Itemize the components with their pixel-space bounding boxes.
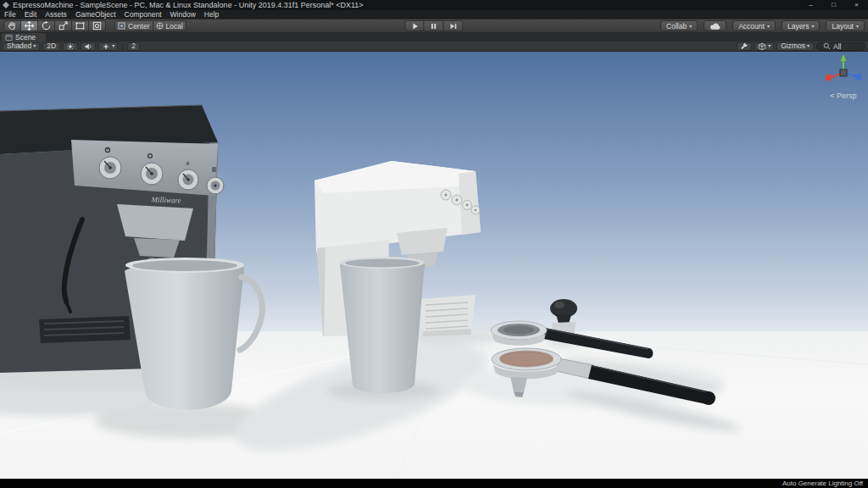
pause-button[interactable] xyxy=(425,20,444,31)
tools-button[interactable] xyxy=(737,42,752,51)
chevron-down-icon: ▾ xyxy=(33,42,36,50)
play-icon xyxy=(409,21,420,31)
chevron-down-icon: ▾ xyxy=(689,23,692,29)
msaa-label: 2 xyxy=(131,42,136,50)
shading-mode-dropdown[interactable]: Shaded ▾ xyxy=(3,42,40,51)
window-controls: – □ × xyxy=(799,0,868,10)
account-dropdown[interactable]: Account ▾ xyxy=(732,20,776,31)
audio-toggle-button[interactable] xyxy=(81,42,96,51)
hand-tool-button[interactable] xyxy=(3,20,21,31)
rotate-tool-button[interactable] xyxy=(38,20,55,31)
msaa-button[interactable]: 2 xyxy=(127,42,140,51)
gizmos-label: Gizmos xyxy=(781,42,805,50)
move-tool-icon xyxy=(24,20,35,31)
move-tool-button[interactable] xyxy=(21,20,38,31)
cube-icon xyxy=(758,42,766,51)
collab-dropdown[interactable]: Collab ▾ xyxy=(660,20,698,31)
chevron-down-icon: ▾ xyxy=(811,23,814,29)
pause-icon xyxy=(429,21,439,31)
axis-x-handle[interactable] xyxy=(826,75,832,80)
close-button[interactable]: × xyxy=(845,0,868,10)
transform-tool-icon xyxy=(92,20,103,31)
rect-tool-button[interactable] xyxy=(72,20,89,31)
gizmos-dropdown[interactable]: Gizmos ▾ xyxy=(776,42,814,51)
transform-tools xyxy=(3,20,106,31)
menu-file[interactable]: File xyxy=(0,10,20,19)
scene-viewport[interactable]: Milliware xyxy=(0,52,868,479)
menu-help[interactable]: Help xyxy=(200,10,223,19)
hand-tool-icon xyxy=(7,20,18,31)
pivot-space-toggles: Center Local xyxy=(114,20,186,31)
layout-dropdown[interactable]: Layout ▾ xyxy=(826,20,865,31)
cloud-icon xyxy=(709,21,721,30)
rect-tool-icon xyxy=(75,20,86,31)
effects-icon xyxy=(102,42,110,51)
auto-generate-lighting-status[interactable]: Auto Generate Lighting Off xyxy=(782,480,863,487)
space-icon xyxy=(156,22,164,30)
rotate-tool-icon xyxy=(41,20,52,31)
chevron-down-icon: ▾ xyxy=(112,42,114,50)
maximize-button[interactable]: □ xyxy=(822,0,845,10)
play-controls xyxy=(405,20,464,31)
gizmo-center-cube[interactable] xyxy=(840,69,847,76)
scene-view-toolbar: Shaded ▾ 2D ▾ 2 ▾ Gizmos ▾ xyxy=(0,42,868,52)
pivot-toggle-button[interactable]: Center xyxy=(114,20,153,31)
toolbar-divider xyxy=(122,43,123,50)
menu-component[interactable]: Component xyxy=(120,10,166,19)
menu-gameobject[interactable]: GameObject xyxy=(71,10,120,19)
tab-scene[interactable]: Scene xyxy=(2,33,46,42)
lighting-toggle-button[interactable] xyxy=(63,42,78,51)
minimize-button[interactable]: – xyxy=(799,0,822,10)
scene-search-input[interactable]: All xyxy=(816,42,865,51)
chevron-down-icon: ▾ xyxy=(768,42,771,50)
menu-edit[interactable]: Edit xyxy=(20,10,42,19)
status-bar: Auto Generate Lighting Off xyxy=(0,479,868,488)
account-label: Account xyxy=(738,22,765,30)
layers-dropdown[interactable]: Layers ▾ xyxy=(782,20,821,31)
chevron-down-icon: ▾ xyxy=(856,23,859,29)
2d-toggle-button[interactable]: 2D xyxy=(42,42,60,51)
unity-logo-icon xyxy=(3,2,9,8)
unity-editor-window: EspressoMachine - SampleScene - PC, Mac … xyxy=(0,0,868,488)
transform-tool-button[interactable] xyxy=(89,20,106,31)
shading-mode-label: Shaded xyxy=(7,42,31,50)
lighting-icon xyxy=(66,42,75,51)
step-icon xyxy=(448,21,459,31)
menu-assets[interactable]: Assets xyxy=(41,10,71,19)
menu-window[interactable]: Window xyxy=(166,10,200,19)
axis-z-handle[interactable] xyxy=(855,74,861,80)
menu-bar: File Edit Assets GameObject Component Wi… xyxy=(0,10,868,19)
audio-icon xyxy=(84,42,92,51)
title-bar: EspressoMachine - SampleScene - PC, Mac … xyxy=(0,0,868,10)
layers-label: Layers xyxy=(787,22,810,30)
toolbar-right-group: Collab ▾ Account ▾ Layers ▾ Layout ▾ xyxy=(660,20,865,31)
effects-dropdown-button[interactable]: ▾ xyxy=(98,42,118,51)
wrench-icon xyxy=(740,42,748,51)
main-toolbar: Center Local Collab ▾ xyxy=(0,19,868,33)
step-button[interactable] xyxy=(444,20,464,31)
scale-tool-icon xyxy=(58,20,69,31)
scene-tab-label: Scene xyxy=(15,33,36,42)
group-head xyxy=(117,204,193,241)
space-toggle-button[interactable]: Local xyxy=(153,20,186,31)
space-label: Local xyxy=(166,22,183,30)
chevron-down-icon: ▾ xyxy=(767,23,770,29)
scene-tab-icon xyxy=(5,34,13,42)
machine-brand-text: Milliware xyxy=(150,195,181,204)
search-icon xyxy=(823,42,831,50)
chevron-down-icon: ▾ xyxy=(807,42,810,50)
layout-label: Layout xyxy=(832,22,854,30)
gizmo-3d-dropdown[interactable]: ▾ xyxy=(754,42,774,51)
play-button[interactable] xyxy=(405,20,425,31)
search-value: All xyxy=(833,42,841,51)
scale-tool-button[interactable] xyxy=(55,20,72,31)
pivot-icon xyxy=(118,22,125,30)
2d-label: 2D xyxy=(47,42,56,50)
tab-row: Scene xyxy=(0,33,868,42)
projection-label[interactable]: < Persp xyxy=(830,92,856,100)
milk-pitcher-small[interactable] xyxy=(340,257,425,393)
collab-label: Collab xyxy=(666,22,687,30)
cloud-services-button[interactable] xyxy=(704,20,726,31)
pivot-label: Center xyxy=(128,22,150,30)
scene-render[interactable]: Milliware xyxy=(0,52,868,479)
